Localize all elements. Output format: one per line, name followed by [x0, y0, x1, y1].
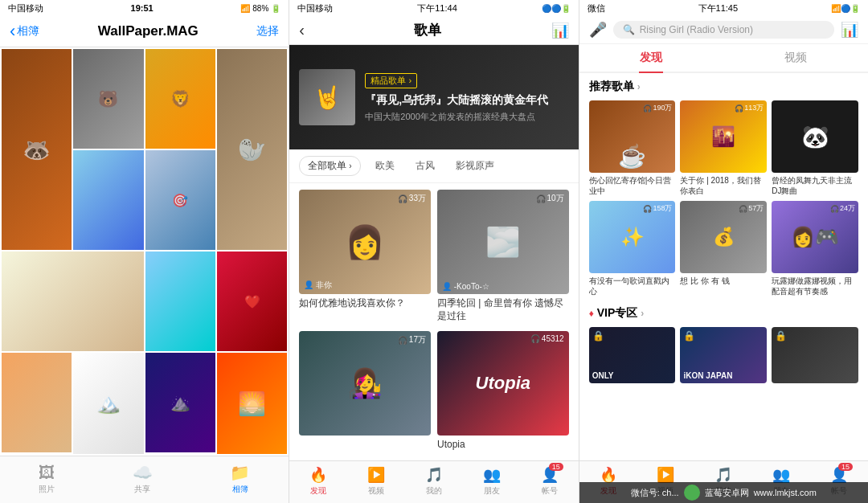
list-item[interactable]: 🎧 113万 🌇 关于你 | 2018，我们替你表白	[680, 100, 767, 196]
discover-tabs: 发现 视频	[579, 44, 868, 73]
photo-cell[interactable]	[2, 353, 72, 452]
tab-discover-label: 发现	[310, 485, 326, 497]
nav-title-2: 歌单	[414, 21, 441, 39]
recommend-grid: 🎧 190万 ☕ 伤心回忆寄存馆|今日营业中 🎧 113万 🌇 关于你 | 20…	[579, 97, 868, 300]
banner-text: 精品歌单 › 『再见,乌托邦』大陆摇滚的黄金年代 中国大陆2000年之前发表的摇…	[365, 72, 548, 123]
vip-grid: 🔒 ONLY 🔒 iKON JAPAN 🔒	[579, 324, 868, 386]
photo-cell[interactable]: 🌅	[217, 353, 287, 454]
vip-item[interactable]: 🔒 iKON JAPAN	[680, 327, 767, 383]
play-count: 🎧 10万	[536, 193, 564, 204]
carrier-3: 微信	[588, 2, 605, 14]
tab-album[interactable]: 📁 相簿	[230, 463, 250, 495]
headphone-icon: 🎧	[398, 336, 407, 345]
photo-cell[interactable]: 🦁	[145, 49, 215, 149]
photo-cell[interactable]: 🦝	[2, 49, 72, 250]
user-tag: 👤 -KooTo-☆	[442, 282, 489, 291]
tab-discover[interactable]: 🔥 发现	[309, 466, 327, 497]
tab-discover-music[interactable]: 发现	[579, 44, 724, 72]
photo-cell[interactable]: 🐻	[73, 49, 143, 149]
thumb-image: 👩‍🎤	[299, 331, 431, 436]
list-item[interactable]: 🌫️ 🎧 10万 👤 -KooTo-☆ 四季轮回 | 命里曾有你 遗憾尽是过往	[437, 190, 569, 325]
photo-cell[interactable]	[73, 150, 143, 250]
vip-icon: ♦	[589, 308, 594, 319]
photo-grid: 🦝 🐻 🦁 🦭 🎯 ❤️ 🏔️ ⛰️ 🌅 🎋	[0, 47, 289, 456]
watermark-url: www.lmkjst.com	[754, 488, 817, 497]
list-item[interactable]: 🎧 24万 👩‍🎮 玩露娜做露娜视频，用配音超有节奏感	[772, 201, 858, 296]
back-button-2[interactable]: ‹	[299, 21, 305, 39]
watermark-logo	[684, 485, 700, 501]
playlist-thumb: 🌫️ 🎧 10万 👤 -KooTo-☆	[437, 190, 569, 294]
friends-icon: 👥	[483, 466, 501, 484]
filter-tag-euam[interactable]: 欧美	[369, 157, 401, 175]
chart-icon-2[interactable]: 📊	[551, 22, 569, 39]
vip-item[interactable]: 🔒 ONLY	[589, 327, 676, 383]
headphone-icon: 🎧	[398, 194, 407, 203]
headphone-icon: 🎧	[739, 205, 747, 213]
rec-count: 🎧 158万	[643, 203, 672, 214]
list-item[interactable]: 👩‍🎤 🎧 17万	[299, 331, 431, 454]
tab-mine-label: 我的	[426, 485, 442, 497]
watermark-brand: 蓝莓安卓网	[705, 487, 749, 499]
tab-friends[interactable]: 👥 朋友	[483, 466, 501, 497]
mic-icon[interactable]: 🎤	[589, 21, 607, 39]
playlist-thumb: Utopia 🎧 45312	[437, 331, 569, 436]
list-item[interactable]: 🎧 57万 💰 想 比 你 有 钱	[680, 201, 767, 296]
carrier-2: 中国移动	[297, 2, 333, 14]
time-3: 下午11:45	[698, 2, 739, 14]
time-2: 下午11:44	[417, 2, 457, 14]
nav-title-1: WallPaper.MAG	[98, 23, 199, 39]
battery-3: 📶🔵🔋	[831, 4, 860, 13]
rec-name: 伤心回忆寄存馆|今日营业中	[589, 175, 676, 196]
discover-icon: 🔥	[309, 466, 327, 484]
tab-radio[interactable]: 视频	[723, 44, 868, 72]
list-item[interactable]: 🎧 158万 ✨ 有没有一句歌词直戳内心	[589, 201, 676, 296]
search-field[interactable]: 🔍 Rising Girl (Radio Version)	[613, 21, 834, 39]
filter-row: 全部歌单 › 欧美 古风 影视原声	[289, 149, 578, 183]
photo-cell[interactable]: ⛰️	[145, 353, 215, 452]
section-vip-label: VIP专区	[597, 306, 638, 321]
mine-icon: 🎵	[425, 466, 443, 484]
filter-tag-movie[interactable]: 影视原声	[449, 157, 501, 175]
rec-count: 🎧 24万	[830, 203, 855, 214]
tab-album-label: 相簿	[232, 484, 248, 495]
photo-cell[interactable]: ❤️	[217, 251, 287, 351]
vip-item-text: ONLY	[592, 371, 614, 380]
chart-icon-3[interactable]: 📊	[841, 21, 858, 39]
headphone-icon: 🎧	[536, 194, 546, 203]
photo-cell[interactable]: 🏔️	[73, 353, 143, 454]
tab-account[interactable]: 👤 15 帐号	[541, 466, 559, 497]
tab-photos[interactable]: 🖼 照片	[39, 464, 55, 495]
select-button-1[interactable]: 选择	[256, 24, 279, 39]
list-item[interactable]: Utopia 🎧 45312 Utopia	[437, 331, 569, 454]
nav-bar-1: 相簿 WallPaper.MAG 选择	[0, 16, 289, 47]
photo-cell[interactable]	[145, 251, 215, 351]
back-button-1[interactable]: 相簿	[10, 21, 39, 42]
carrier-1: 中国移动	[8, 2, 43, 14]
album-icon: 📁	[230, 463, 250, 482]
featured-banner[interactable]: 🤘 精品歌单 › 『再见,乌托邦』大陆摇滚的黄金年代 中国大陆2000年之前发表…	[289, 45, 578, 149]
photo-cell[interactable]	[2, 251, 144, 351]
photo-cell[interactable]: 🦭	[217, 49, 287, 250]
search-bar: 🎤 🔍 Rising Girl (Radio Version) 📊	[579, 16, 868, 44]
search-icon: 🔍	[623, 24, 635, 35]
filter-all[interactable]: 全部歌单 ›	[299, 156, 360, 176]
list-item[interactable]: 🐼 曾经的凤舞九天非主流DJ舞曲	[772, 100, 858, 196]
thumb-image: 🌫️	[437, 190, 569, 294]
list-item[interactable]: 🎧 190万 ☕ 伤心回忆寄存馆|今日营业中	[589, 100, 676, 196]
mine3-icon: 🎵	[714, 466, 732, 484]
chevron-icon: ›	[349, 162, 351, 170]
tab-video[interactable]: ▶️ 视频	[367, 466, 385, 497]
headphone-icon: 🎧	[735, 104, 743, 112]
battery-2: 🔵🔵🔋	[542, 4, 571, 13]
rec-count: 🎧 113万	[735, 103, 764, 113]
list-item[interactable]: 👩 🎧 33万 👤 非你 如何优雅地说我喜欢你？	[299, 190, 431, 325]
photo-cell[interactable]: 🎯	[145, 150, 215, 250]
filter-tag-gufeng[interactable]: 古风	[409, 157, 441, 175]
photos-icon: 🖼	[39, 464, 55, 482]
banner-image: 🤘	[299, 69, 355, 125]
tab-mine[interactable]: 🎵 我的	[425, 466, 443, 497]
tab-shared[interactable]: ☁️ 共享	[133, 463, 153, 495]
vip-item-text: iKON JAPAN	[683, 371, 732, 380]
play-count: 🎧 45312	[530, 334, 564, 343]
vip-item[interactable]: 🔒	[772, 327, 858, 383]
